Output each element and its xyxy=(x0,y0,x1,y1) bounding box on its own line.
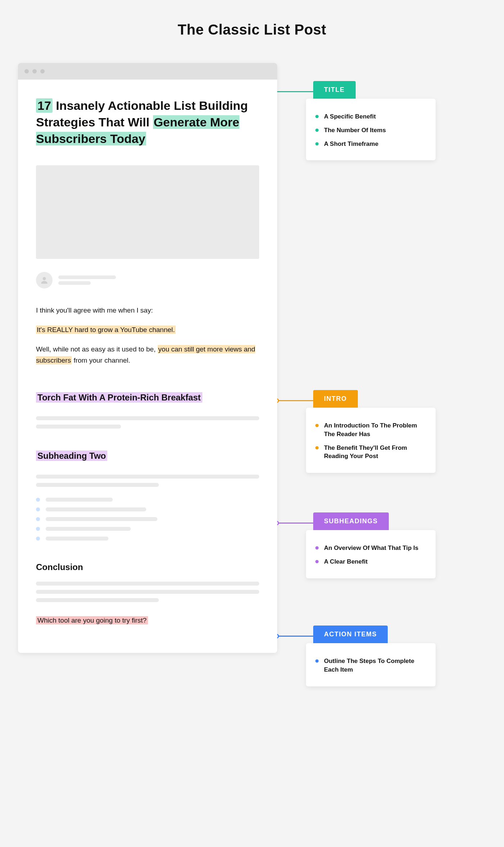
intro-highlight-1: It's REALLY hard to grow a YouTube chann… xyxy=(36,326,176,334)
intro-line-1: I think you'll agree with me when I say: xyxy=(36,305,259,316)
annotation-card: A Specific Benefit The Number Of Items A… xyxy=(306,99,436,160)
window-dot-icon xyxy=(24,69,29,73)
annotation-action-items: ACTION ITEMS Outline The Steps To Comple… xyxy=(306,626,436,686)
annotation-tag: TITLE xyxy=(313,81,356,99)
subheading-2: Subheading Two xyxy=(36,451,107,461)
annotation-item: An Overview Of What That Tip Is xyxy=(315,544,426,552)
paragraph-placeholder xyxy=(36,582,259,602)
subheading-1: Torch Fat With A Protein-Rich Breakfast xyxy=(36,392,202,403)
annotation-card: Outline The Steps To Complete Each Item xyxy=(306,643,436,686)
subheading-1-block: Torch Fat With A Protein-Rich Breakfast xyxy=(36,375,259,429)
browser-window: 17 Insanely Actionable List Building Str… xyxy=(18,63,277,653)
intro-line-2: Well, while not as easy as it used to be… xyxy=(36,344,259,366)
post-body: 17 Insanely Actionable List Building Str… xyxy=(18,80,277,653)
author-block xyxy=(36,272,259,288)
paragraph-placeholder xyxy=(36,475,259,487)
hero-image-placeholder xyxy=(36,165,259,259)
window-dot-icon xyxy=(40,69,45,73)
annotation-item: A Short Timeframe xyxy=(315,140,426,148)
annotation-subheadings: SUBHEADINGS An Overview Of What That Tip… xyxy=(306,512,436,578)
svg-point-0 xyxy=(43,277,46,280)
annotation-item: Outline The Steps To Complete Each Item xyxy=(315,657,426,674)
avatar-icon xyxy=(36,272,53,288)
conclusion-block: Conclusion Which tool are you going to t… xyxy=(36,562,259,624)
title-number-highlight: 17 xyxy=(36,98,53,113)
author-meta-placeholder xyxy=(58,273,116,287)
annotation-item: The Benefit They'll Get From Reading You… xyxy=(315,444,426,461)
intro-line-2b: from your channel. xyxy=(72,357,130,364)
annotation-title: TITLE A Specific Benefit The Number Of I… xyxy=(306,81,436,160)
intro-section: I think you'll agree with me when I say:… xyxy=(36,305,259,366)
action-items-placeholder xyxy=(36,498,259,541)
annotation-tag: INTRO xyxy=(313,390,358,408)
browser-bar xyxy=(18,63,277,80)
annotation-card: An Introduction To The Problem The Reade… xyxy=(306,408,436,473)
intro-line-2a: Well, while not as easy as it used to be… xyxy=(36,345,158,353)
annotation-item: An Introduction To The Problem The Reade… xyxy=(315,421,426,439)
annotation-item: The Number Of Items xyxy=(315,126,426,135)
page-title: The Classic List Post xyxy=(18,22,486,38)
subheading-2-block: Subheading Two xyxy=(36,433,259,541)
conclusion-heading: Conclusion xyxy=(36,562,259,572)
annotation-item: A Clear Benefit xyxy=(315,557,426,566)
annotation-intro: INTRO An Introduction To The Problem The… xyxy=(306,390,436,473)
window-dot-icon xyxy=(32,69,37,73)
annotation-card: An Overview Of What That Tip Is A Clear … xyxy=(306,530,436,578)
paragraph-placeholder xyxy=(36,416,259,429)
diagram-stage: The Classic List Post 17 Insanely Action… xyxy=(0,0,504,696)
closing-question: Which tool are you going to try first? xyxy=(36,616,148,624)
annotation-tag: SUBHEADINGS xyxy=(313,512,389,530)
annotation-tag: ACTION ITEMS xyxy=(313,626,388,643)
annotation-item: A Specific Benefit xyxy=(315,112,426,121)
layout: 17 Insanely Actionable List Building Str… xyxy=(18,63,486,653)
post-title: 17 Insanely Actionable List Building Str… xyxy=(36,98,259,147)
